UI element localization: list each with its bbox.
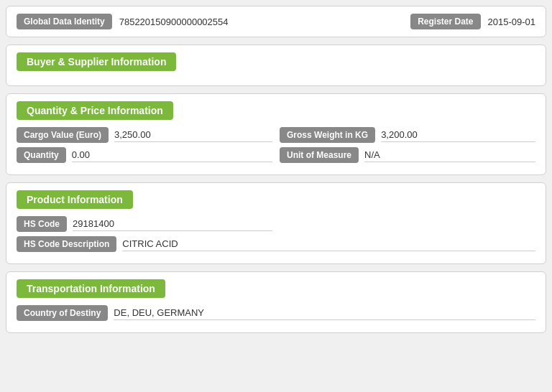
hs-code-input: 29181400: [73, 217, 272, 231]
transportation-header: Transportation Information: [17, 279, 165, 298]
global-data-label: Global Data Identity: [17, 14, 112, 29]
product-info-card: Product Information HS Code 29181400 HS …: [6, 182, 546, 264]
unit-of-measure-input: N/A: [364, 148, 535, 162]
quantity-price-card: Quantity & Price Information Cargo Value…: [6, 93, 546, 175]
transportation-card: Transportation Information Country of De…: [6, 271, 546, 333]
unit-of-measure-label: Unit of Measure: [280, 147, 359, 163]
hs-description-row: HS Code Description CITRIC ACID: [17, 236, 535, 252]
product-info-header: Product Information: [17, 190, 133, 209]
hs-description-group: HS Code Description CITRIC ACID: [17, 236, 535, 252]
quantity-label: Quantity: [17, 147, 66, 163]
hs-code-description-input: CITRIC ACID: [122, 237, 535, 251]
cargo-value-group: Cargo Value (Euro) 3,250.00: [17, 127, 272, 143]
global-data-value: 785220150900000002554: [119, 17, 403, 27]
country-destiny-group: Country of Destiny DE, DEU, GERMANY: [17, 305, 535, 321]
gross-weight-group: Gross Weight in KG 3,200.00: [280, 127, 535, 143]
register-date-group: Register Date 2015-09-01: [410, 14, 535, 29]
register-date-value: 2015-09-01: [488, 17, 536, 27]
quantity-price-header: Quantity & Price Information: [17, 101, 173, 120]
global-data-card: Global Data Identity 7852201509000000025…: [6, 6, 546, 37]
unit-of-measure-group: Unit of Measure N/A: [280, 147, 535, 163]
cargo-value-label: Cargo Value (Euro): [17, 127, 109, 143]
cargo-value-input: 3,250.00: [114, 128, 272, 142]
hs-code-group: HS Code 29181400: [17, 216, 272, 232]
country-destiny-input: DE, DEU, GERMANY: [114, 306, 535, 320]
gross-weight-input: 3,200.00: [381, 128, 535, 142]
gross-weight-label: Gross Weight in KG: [280, 127, 375, 143]
hs-code-label: HS Code: [17, 216, 67, 232]
buyer-supplier-card: Buyer & Supplier Information: [6, 45, 546, 86]
country-destiny-row: Country of Destiny DE, DEU, GERMANY: [17, 305, 535, 321]
quantity-uom-row: Quantity 0.00 Unit of Measure N/A: [17, 147, 535, 163]
country-destiny-label: Country of Destiny: [17, 305, 108, 321]
hs-code-description-label: HS Code Description: [17, 236, 116, 252]
buyer-supplier-header: Buyer & Supplier Information: [17, 52, 176, 71]
quantity-group: Quantity 0.00: [17, 147, 272, 163]
hs-code-row: HS Code 29181400: [17, 216, 535, 232]
cargo-gross-row: Cargo Value (Euro) 3,250.00 Gross Weight…: [17, 127, 535, 143]
quantity-input: 0.00: [72, 148, 272, 162]
register-date-label: Register Date: [410, 14, 480, 29]
